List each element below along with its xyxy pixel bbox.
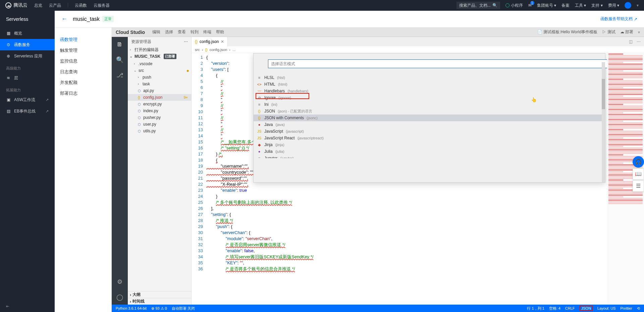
billing-link[interactable]: 费用 ▾ xyxy=(608,3,619,8)
support-link[interactable]: 支持 ▾ xyxy=(591,3,602,8)
nav-overview[interactable]: 总览 xyxy=(34,3,42,8)
top-nav: 总览 云产品 云函数 云服务器 xyxy=(34,3,110,8)
account-link[interactable]: 集团账号 ▾ xyxy=(537,3,556,8)
tools-link[interactable]: 工具 ▾ xyxy=(575,3,586,8)
avatar-chevron[interactable]: ▾ xyxy=(637,3,639,8)
miniprogram-link[interactable]: 小程序 xyxy=(505,3,523,8)
mail-icon[interactable]: ✉1 xyxy=(528,3,532,8)
avatar[interactable] xyxy=(625,2,631,9)
search-icon: 🔍 xyxy=(492,3,497,8)
nav-products[interactable]: 云产品 xyxy=(49,3,61,8)
search-placeholder: 搜索产品、文档... xyxy=(459,3,491,8)
beian-link[interactable]: 备案 xyxy=(561,3,570,8)
nav-cvm[interactable]: 云服务器 xyxy=(94,3,110,8)
top-header: ☁ 腾讯云 总览 云产品 云函数 云服务器 搜索产品、文档... 🔍 小程序 ✉… xyxy=(0,0,644,11)
global-search[interactable]: 搜索产品、文档... 🔍 xyxy=(457,2,500,9)
nav-scf[interactable]: 云函数 xyxy=(75,3,87,8)
separator xyxy=(68,3,68,7)
mail-badge: 1 xyxy=(530,1,534,5)
logo[interactable]: ☁ 腾讯云 xyxy=(5,2,28,8)
cloud-icon: ☁ xyxy=(5,2,11,8)
brand-text: 腾讯云 xyxy=(13,2,28,8)
